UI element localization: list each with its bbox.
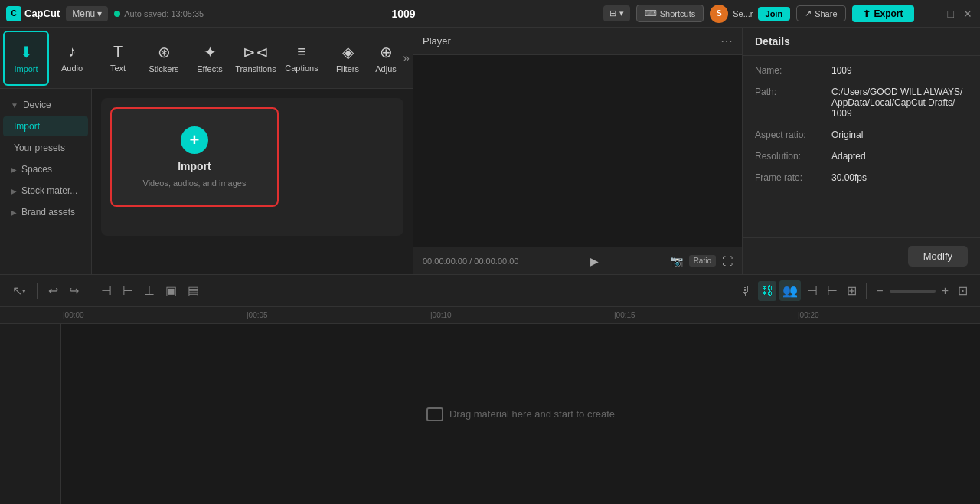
- import-icon: ⬇: [20, 43, 33, 61]
- sidebar-item-spaces[interactable]: ▶ Spaces: [3, 159, 88, 179]
- left-panel: ⬇ Import ♪ Audio T Text ⊛ Stickers ✦ Eff…: [0, 28, 413, 274]
- cut-icon: ▤: [188, 283, 199, 298]
- text-icon: T: [113, 43, 122, 61]
- captions-label: Captions: [285, 64, 318, 73]
- play-button[interactable]: ▶: [590, 255, 599, 267]
- toolbar-expand-button[interactable]: »: [403, 51, 410, 65]
- toolbar-item-transitions[interactable]: ⊳⊲ Transitions: [233, 31, 279, 86]
- sidebar-item-import[interactable]: Import: [3, 116, 88, 136]
- player-viewport: [413, 55, 742, 247]
- undo-button[interactable]: ↩: [45, 280, 61, 301]
- modify-button[interactable]: Modify: [908, 246, 968, 267]
- redo-button[interactable]: ↪: [66, 280, 82, 301]
- chevron-icon: ▶: [11, 165, 17, 174]
- toolbar-item-filters[interactable]: ◈ Filters: [325, 31, 371, 86]
- close-button[interactable]: ✕: [962, 6, 974, 21]
- cursor-tool-button[interactable]: ↖ ▾: [9, 280, 29, 301]
- shortcuts-button[interactable]: ⌨ Shortcuts: [636, 5, 704, 22]
- zoom-out-icon: −: [876, 284, 883, 298]
- timeline-track-labels: [0, 324, 61, 504]
- menu-chevron-icon: ▾: [97, 8, 102, 19]
- fullscreen-button[interactable]: ⛶: [722, 255, 733, 267]
- timeline-tracks[interactable]: Drag material here and start to create: [61, 324, 980, 504]
- minimize-button[interactable]: —: [926, 6, 940, 21]
- multi-track-button[interactable]: 👥: [779, 280, 801, 301]
- ratio-button[interactable]: Ratio: [689, 255, 716, 267]
- crop-icon: ▣: [165, 283, 177, 298]
- toolbar-item-stickers[interactable]: ⊛ Stickers: [141, 31, 187, 86]
- link-icon: ⛓: [761, 284, 773, 298]
- import-plus-icon: +: [181, 126, 208, 154]
- toolbar-separator-right: [866, 283, 867, 299]
- share-button[interactable]: ↗ Share: [796, 5, 845, 21]
- player-right-controls: 📷 Ratio ⛶: [670, 255, 733, 267]
- chevron-icon: ▶: [11, 187, 17, 195]
- zoom-in-button[interactable]: +: [939, 281, 952, 301]
- split-button-1[interactable]: ⊣: [98, 280, 115, 301]
- transitions-icon: ⊳⊲: [243, 43, 269, 61]
- mic-button[interactable]: 🎙: [737, 281, 755, 301]
- reset-zoom-button[interactable]: ⊡: [955, 280, 971, 301]
- player-menu-icon[interactable]: ⋯: [720, 34, 733, 48]
- layout-chevron: ▾: [619, 8, 624, 18]
- crop-button[interactable]: ▣: [162, 280, 180, 301]
- import-card-title: Import: [178, 160, 211, 172]
- main-content: ⬇ Import ♪ Audio T Text ⊛ Stickers ✦ Eff…: [0, 28, 980, 274]
- app-name: CapCut: [24, 8, 60, 19]
- detail-row-framerate: Frame rate: 30.00fps: [755, 172, 968, 183]
- top-bar: C CapCut Menu ▾ Auto saved: 13:05:35 100…: [0, 0, 980, 28]
- export-button[interactable]: ⬆ Export: [852, 5, 914, 22]
- toolbar-item-captions[interactable]: ≡ Captions: [279, 31, 325, 86]
- app-logo: C CapCut: [6, 6, 60, 21]
- split-icon-1: ⊣: [101, 283, 112, 298]
- multi-track-icon: 👥: [782, 283, 798, 298]
- menu-button[interactable]: Menu ▾: [66, 6, 108, 21]
- camera-button[interactable]: 📷: [670, 255, 683, 267]
- sidebar-item-device[interactable]: ▼ Device: [3, 95, 88, 115]
- drag-hint-text: Drag material here and start to create: [449, 408, 615, 420]
- split-button-2[interactable]: ⊢: [119, 280, 136, 301]
- maximize-button[interactable]: □: [946, 6, 956, 21]
- export-icon: ⬆: [863, 8, 871, 19]
- detail-value-name: 1009: [831, 65, 968, 76]
- toolbar-separator-1: [37, 283, 38, 299]
- timeline-body: Drag material here and start to create: [0, 324, 980, 504]
- detail-key-aspect: Aspect ratio:: [755, 129, 831, 140]
- zoom-out-button[interactable]: −: [873, 281, 886, 301]
- toolbar-item-audio[interactable]: ♪ Audio: [49, 31, 95, 86]
- duplicate-button[interactable]: ⊞: [844, 280, 860, 301]
- align-left-button[interactable]: ⊣: [804, 280, 821, 301]
- import-label: Import: [14, 64, 38, 74]
- top-bar-right: ⊞ ▾ ⌨ Shortcuts S Se...r Join ↗ Share ⬆ …: [603, 5, 974, 23]
- chevron-icon: ▶: [11, 208, 17, 217]
- ruler-mark-5: |00:05: [245, 311, 429, 319]
- sidebar-item-stock[interactable]: ▶ Stock mater...: [3, 181, 88, 201]
- join-button[interactable]: Join: [758, 7, 791, 21]
- sidebar-item-presets[interactable]: Your presets: [3, 138, 88, 158]
- user-section: S Se...r Join: [710, 5, 790, 23]
- split-button-3[interactable]: ⊥: [141, 280, 158, 301]
- sidebar-device-label: Device: [23, 100, 51, 110]
- unlink-button[interactable]: ⊢: [824, 280, 841, 301]
- toolbar-item-text[interactable]: T Text: [95, 31, 141, 86]
- keyboard-icon: ⌨: [645, 8, 657, 18]
- toolbar-item-import[interactable]: ⬇ Import: [3, 31, 49, 86]
- window-controls: — □ ✕: [926, 6, 974, 21]
- toolbar-item-effects[interactable]: ✦ Effects: [187, 31, 233, 86]
- link-tracks-button[interactable]: ⛓: [758, 281, 776, 301]
- share-icon: ↗: [805, 8, 812, 18]
- details-footer: Modify: [743, 237, 980, 274]
- ruler-mark-20: |00:20: [796, 311, 980, 319]
- split-icon-2: ⊢: [122, 283, 133, 298]
- effects-label: Effects: [197, 64, 222, 74]
- sidebar-item-brand-assets[interactable]: ▶ Brand assets: [3, 202, 88, 222]
- user-avatar: S: [710, 5, 728, 23]
- detail-value-resolution: Adapted: [831, 151, 968, 162]
- import-card[interactable]: + Import Videos, audios, and images: [110, 107, 279, 207]
- cut-button[interactable]: ▤: [185, 280, 202, 301]
- chevron-icon: ▼: [11, 101, 18, 110]
- layout-button[interactable]: ⊞ ▾: [603, 5, 630, 21]
- toolbar-item-adjust[interactable]: ⊕ Adjus: [371, 31, 401, 86]
- timeline-toolbar: ↖ ▾ ↩ ↪ ⊣ ⊢ ⊥ ▣ ▤ 🎙 ⛓: [0, 275, 980, 307]
- player-center-controls: ▶: [590, 255, 599, 267]
